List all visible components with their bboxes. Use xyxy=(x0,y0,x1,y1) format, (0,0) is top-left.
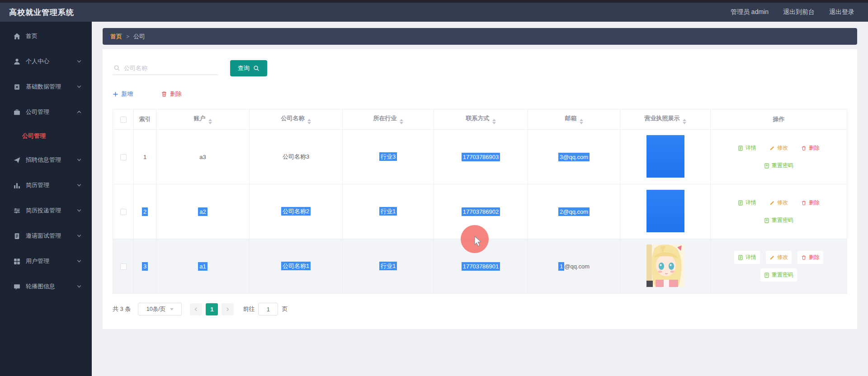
row-checkbox[interactable] xyxy=(120,263,127,270)
query-button[interactable]: 查询 xyxy=(230,60,267,76)
cell-index: 1 xyxy=(134,130,156,184)
cell-account: a1 xyxy=(156,239,250,294)
cell-phone: 17703786902 xyxy=(434,184,528,239)
chevron-up-icon xyxy=(76,109,82,115)
cell-industry: 行业3 xyxy=(343,130,434,184)
sidebar-item-resume-management[interactable]: 简历管理 xyxy=(0,173,92,198)
reset-password-button[interactable]: 重置密码 xyxy=(760,159,797,172)
delete-button-label: 删除 xyxy=(170,90,182,98)
cell-account: a2 xyxy=(156,184,250,239)
sidebar: 首页 个人中心 基础数据管理 公司管理 xyxy=(0,22,92,376)
license-image-selected[interactable] xyxy=(646,135,684,178)
reset-password-icon xyxy=(764,163,769,169)
sidebar-item-interview-invite[interactable]: 邀请面试管理 xyxy=(0,223,92,249)
chevron-down-icon xyxy=(76,233,82,239)
sidebar-item-label: 用户管理 xyxy=(26,257,76,265)
search-icon xyxy=(113,65,120,71)
column-header-account: 账户 xyxy=(156,109,250,130)
sidebar-item-label: 公司管理 xyxy=(26,108,76,116)
page-size-select[interactable]: 10条/页 xyxy=(138,303,182,315)
home-icon xyxy=(13,33,21,40)
sidebar-item-user-management[interactable]: 用户管理 xyxy=(0,249,92,274)
sort-control[interactable] xyxy=(307,119,311,124)
trash-icon xyxy=(801,255,807,260)
detail-button[interactable]: 详情 xyxy=(734,196,760,209)
delete-row-button[interactable]: 删除 xyxy=(797,196,823,209)
sidebar-item-company-management[interactable]: 公司管理 xyxy=(0,99,92,125)
edit-button[interactable]: 修改 xyxy=(766,141,792,155)
sidebar-item-recruit-info[interactable]: 招聘信息管理 xyxy=(0,147,92,173)
sort-control[interactable] xyxy=(683,119,686,124)
delete-button[interactable]: 删除 xyxy=(161,90,182,98)
logout-link[interactable]: 退出登录 xyxy=(829,8,854,16)
chevron-down-icon xyxy=(76,157,82,163)
pagination: 共 3 条 10条/页 1 前往 页 xyxy=(113,303,847,315)
reset-password-button[interactable]: 重置密码 xyxy=(760,268,797,282)
sidebar-item-base-data[interactable]: 基础数据管理 xyxy=(0,74,92,99)
breadcrumb-separator: > xyxy=(126,33,129,40)
app-title: 高校就业管理系统 xyxy=(9,7,74,18)
column-header-index: 索引 xyxy=(134,109,156,130)
pencil-icon xyxy=(769,200,775,206)
cell-email: 2@qq.com xyxy=(528,184,620,239)
main-content: 首页 > 公司 查询 新增 xyxy=(92,22,868,376)
query-button-label: 查询 xyxy=(238,64,250,72)
delete-row-button[interactable]: 删除 xyxy=(797,141,823,155)
sidebar-subitem-company-management-active[interactable]: 公司管理 xyxy=(0,125,92,147)
chevron-down-icon xyxy=(170,308,174,312)
license-image-selected[interactable] xyxy=(646,190,684,232)
cell-account: a3 xyxy=(156,130,250,184)
column-header-actions: 操作 xyxy=(711,109,847,130)
sidebar-item-resume-delivery[interactable]: 简历投递管理 xyxy=(0,198,92,223)
total-count-label: 共 3 条 xyxy=(113,305,131,313)
sidebar-item-personal-center[interactable]: 个人中心 xyxy=(0,49,92,74)
column-header-phone: 联系方式 xyxy=(434,109,528,130)
pencil-icon xyxy=(769,255,775,260)
sort-control[interactable] xyxy=(400,119,403,124)
delete-row-button[interactable]: 删除 xyxy=(797,251,823,264)
column-header-email: 邮箱 xyxy=(528,109,620,130)
chevron-down-icon xyxy=(76,59,82,64)
add-button[interactable]: 新增 xyxy=(113,90,133,98)
document-icon xyxy=(13,232,21,240)
app-header: 高校就业管理系统 管理员 admin 退出到前台 退出登录 xyxy=(0,0,868,22)
sidebar-item-label: 邀请面试管理 xyxy=(26,232,76,240)
sort-control[interactable] xyxy=(492,119,496,124)
sidebar-item-label: 招聘信息管理 xyxy=(26,156,76,164)
cell-phone: 17703786901 xyxy=(434,239,528,294)
select-all-checkbox[interactable] xyxy=(120,117,127,123)
company-table: 索引 账户 公司名称 所在行业 联系方式 邮箱 营业执照展示 操作 1 a3 xyxy=(113,109,847,294)
page-number-button[interactable]: 1 xyxy=(206,303,218,315)
breadcrumb-home[interactable]: 首页 xyxy=(110,33,122,41)
current-user-label[interactable]: 管理员 admin xyxy=(731,8,769,16)
license-image[interactable] xyxy=(646,244,684,287)
detail-button[interactable]: 详情 xyxy=(734,251,760,264)
sidebar-item-label: 基础数据管理 xyxy=(26,83,76,91)
row-checkbox[interactable] xyxy=(120,154,127,160)
column-header-company: 公司名称 xyxy=(250,109,343,130)
company-name-search-input[interactable] xyxy=(124,65,217,71)
chevron-down-icon xyxy=(76,258,82,264)
sort-control[interactable] xyxy=(208,119,212,124)
table-row: 3 a1 公司名称1 行业1 17703786901 1@qq.com xyxy=(113,239,847,294)
detail-button[interactable]: 详情 xyxy=(734,141,760,155)
sidebar-item-home[interactable]: 首页 xyxy=(0,24,92,49)
table-row: 1 a3 公司名称3 行业3 17703786903 3@qq.com xyxy=(113,130,847,184)
table-header-row: 索引 账户 公司名称 所在行业 联系方式 邮箱 营业执照展示 操作 xyxy=(113,109,847,130)
row-checkbox[interactable] xyxy=(120,209,127,215)
clipboard-icon xyxy=(13,83,21,91)
reset-password-button[interactable]: 重置密码 xyxy=(760,214,797,227)
next-page-button[interactable] xyxy=(222,303,234,315)
prev-page-button[interactable] xyxy=(190,303,202,315)
cell-email: 1@qq.com xyxy=(528,239,620,294)
goto-prefix-label: 前往 xyxy=(243,305,255,313)
edit-button[interactable]: 修改 xyxy=(766,251,792,264)
chevron-down-icon xyxy=(76,208,82,213)
sort-control[interactable] xyxy=(580,119,583,124)
edit-button[interactable]: 修改 xyxy=(766,196,792,209)
goto-page-input[interactable] xyxy=(258,303,278,315)
chart-icon xyxy=(13,182,21,189)
exit-to-front-link[interactable]: 退出到前台 xyxy=(783,8,815,16)
reset-password-icon xyxy=(764,218,769,223)
sidebar-item-carousel-info[interactable]: 轮播图信息 xyxy=(0,274,92,299)
